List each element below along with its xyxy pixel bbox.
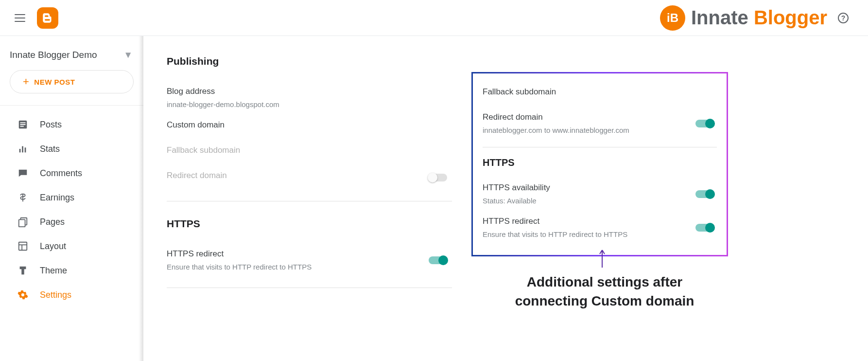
nav-label: Theme	[40, 266, 67, 276]
blog-address-label: Blog address	[167, 87, 452, 96]
layout-icon	[17, 241, 28, 252]
callout-redirect-label: Redirect domain	[483, 112, 695, 122]
callout-fallback-label: Fallback subdomain	[483, 87, 714, 97]
sidebar-item-stats[interactable]: Stats	[0, 137, 143, 161]
callout-redirect-row[interactable]: Redirect domain innateblogger.com to www…	[483, 107, 717, 140]
settings-icon	[17, 289, 28, 300]
sidebar: Innate Blogger Demo ▼ + NEW POST Posts S…	[0, 36, 143, 361]
hamburger-menu-icon[interactable]	[15, 14, 25, 22]
https-redirect-label: HTTPS redirect	[167, 249, 429, 259]
divider	[483, 147, 717, 147]
blog-selector[interactable]: Innate Blogger Demo ▼	[0, 47, 143, 70]
callout-box: Fallback subdomain Redirect domain innat…	[471, 72, 728, 256]
plus-icon: +	[23, 76, 29, 87]
svg-rect-6	[25, 147, 26, 152]
blog-address-row[interactable]: Blog address innate-blogger-demo.blogspo…	[167, 81, 452, 114]
callout-fallback-row[interactable]: Fallback subdomain	[483, 81, 717, 107]
custom-domain-label: Custom domain	[167, 120, 452, 130]
pages-icon	[17, 217, 28, 227]
svg-rect-1	[20, 122, 26, 123]
callout-redirect-toggle[interactable]	[695, 120, 714, 127]
sidebar-item-posts[interactable]: Posts	[0, 112, 143, 137]
svg-rect-5	[22, 146, 23, 153]
svg-rect-4	[19, 149, 21, 152]
nav-label: Settings	[40, 290, 71, 300]
new-post-label: NEW POST	[34, 78, 75, 86]
redirect-domain-toggle	[429, 174, 447, 181]
divider	[167, 288, 452, 288]
earnings-icon	[17, 192, 28, 203]
theme-icon	[17, 265, 28, 276]
sidebar-item-layout[interactable]: Layout	[0, 234, 143, 258]
nav-label: Earnings	[40, 193, 74, 203]
redirect-domain-row: Redirect domain	[167, 165, 452, 190]
chevron-down-icon: ▼	[123, 50, 133, 60]
nav-label: Layout	[40, 241, 66, 252]
callout-https-availability-row[interactable]: HTTPS availability Status: Available	[483, 177, 717, 211]
sidebar-item-earnings[interactable]: Earnings	[0, 185, 143, 210]
posts-icon	[17, 119, 28, 130]
blogger-logo[interactable]	[37, 7, 58, 29]
svg-rect-9	[19, 242, 27, 251]
callout-https-heading: HTTPS	[483, 157, 717, 168]
redirect-domain-label: Redirect domain	[167, 171, 429, 180]
callout-https-redirect-toggle[interactable]	[695, 224, 714, 232]
new-post-button[interactable]: + NEW POST	[10, 70, 134, 93]
https-redirect-toggle[interactable]	[429, 256, 447, 264]
https-heading: HTTPS	[167, 218, 452, 230]
topbar: iB Innate Blogger ?	[0, 0, 868, 36]
callout-avail-label: HTTPS availability	[483, 183, 695, 193]
svg-rect-2	[20, 124, 26, 125]
comments-icon	[17, 168, 28, 179]
fallback-subdomain-label: Fallback subdomain	[167, 145, 452, 155]
nav-label: Pages	[40, 217, 65, 227]
https-redirect-sub: Ensure that visits to HTTP redirect to H…	[167, 263, 429, 271]
stats-icon	[17, 144, 28, 154]
divider	[0, 105, 143, 106]
sidebar-item-pages[interactable]: Pages	[0, 210, 143, 234]
settings-panel: Publishing Blog address innate-blogger-d…	[143, 36, 452, 361]
callout-https-redirect-row[interactable]: HTTPS redirect Ensure that visits to HTT…	[483, 211, 717, 244]
fallback-subdomain-row: Fallback subdomain	[167, 140, 452, 165]
innate-blogger-badge: iB	[660, 5, 685, 31]
svg-rect-3	[20, 126, 24, 127]
brand-name: Innate Blogger	[691, 7, 827, 29]
sidebar-item-settings[interactable]: Settings	[0, 283, 143, 307]
https-redirect-row[interactable]: HTTPS redirect Ensure that visits to HTT…	[167, 243, 452, 277]
svg-rect-8	[19, 219, 25, 227]
callout-avail-toggle[interactable]	[695, 190, 714, 198]
annotation-arrow-icon	[598, 249, 606, 269]
blog-name: Innate Blogger Demo	[10, 50, 97, 60]
nav-label: Posts	[40, 120, 62, 130]
callout-avail-sub: Status: Available	[483, 197, 695, 205]
custom-domain-row[interactable]: Custom domain	[167, 114, 452, 140]
callout-redirect-sub: innateblogger.com to www.innateblogger.c…	[483, 126, 695, 134]
nav-label: Stats	[40, 144, 60, 154]
help-icon[interactable]: ?	[838, 13, 849, 23]
sidebar-item-theme[interactable]: Theme	[0, 258, 143, 283]
blog-address-value: innate-blogger-demo.blogspot.com	[167, 100, 452, 108]
publishing-heading: Publishing	[167, 55, 452, 67]
divider	[167, 201, 452, 201]
callout-https-redirect-label: HTTPS redirect	[483, 217, 695, 226]
sidebar-item-comments[interactable]: Comments	[0, 161, 143, 185]
nav-label: Comments	[40, 168, 82, 179]
annotation-text: Additional settings after connecting Cus…	[503, 272, 707, 310]
callout-https-redirect-sub: Ensure that visits to HTTP redirect to H…	[483, 230, 695, 238]
